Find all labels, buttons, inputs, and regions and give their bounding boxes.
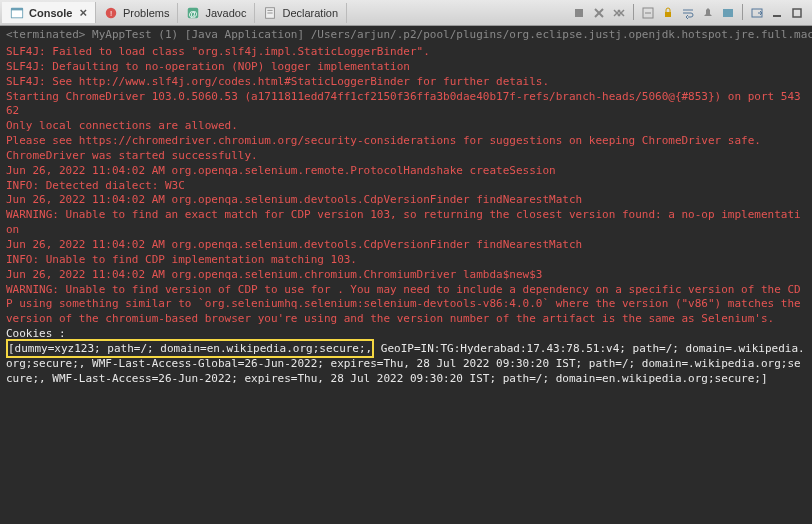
tab-label: Problems <box>123 7 169 19</box>
console-line: Only local connections are allowed. <box>6 119 806 134</box>
svg-rect-19 <box>723 9 733 17</box>
javadoc-icon: @ <box>186 6 200 20</box>
open-console-button[interactable] <box>748 4 766 22</box>
remove-all-button[interactable] <box>610 4 628 22</box>
minimize-button[interactable] <box>768 4 786 22</box>
console-line: Please see https://chromedriver.chromium… <box>6 134 806 149</box>
tab-javadoc[interactable]: @ Javadoc <box>178 3 255 23</box>
console-line: Jun 26, 2022 11:04:02 AM org.openqa.sele… <box>6 193 806 208</box>
highlighted-cookie: [dummy=xyz123; path=/; domain=en.wikiped… <box>6 339 374 358</box>
console-line: SLF4J: Failed to load class "org.slf4j.i… <box>6 45 806 60</box>
pin-console-button[interactable] <box>699 4 717 22</box>
console-line: Starting ChromeDriver 103.0.5060.53 (a17… <box>6 90 806 120</box>
console-line: Jun 26, 2022 11:04:02 AM org.openqa.sele… <box>6 238 806 253</box>
svg-rect-22 <box>793 9 801 17</box>
launch-status: <terminated> MyAppTest (1) [Java Applica… <box>0 26 812 43</box>
console-line: WARNING: Unable to find an exact match f… <box>6 208 806 238</box>
remove-launch-button[interactable] <box>590 4 608 22</box>
svg-text:!: ! <box>110 8 112 17</box>
console-line: Jun 26, 2022 11:04:02 AM org.openqa.sele… <box>6 268 806 283</box>
scroll-lock-button[interactable] <box>659 4 677 22</box>
tab-declaration[interactable]: Declaration <box>255 3 347 23</box>
console-line: WARNING: Unable to find version of CDP t… <box>6 283 806 328</box>
display-console-button[interactable] <box>719 4 737 22</box>
svg-rect-1 <box>12 10 23 17</box>
view-tabs: Console × ! Problems @ Javadoc Declarati… <box>0 0 812 26</box>
console-icon <box>10 6 24 20</box>
svg-text:@: @ <box>189 8 198 18</box>
console-line: [dummy=xyz123; path=/; domain=en.wikiped… <box>6 342 806 387</box>
declaration-icon <box>263 6 277 20</box>
tab-problems[interactable]: ! Problems <box>96 3 178 23</box>
console-line: ChromeDriver was started successfully. <box>6 149 806 164</box>
tab-label: Declaration <box>282 7 338 19</box>
svg-rect-9 <box>575 9 583 17</box>
word-wrap-button[interactable] <box>679 4 697 22</box>
problems-icon: ! <box>104 6 118 20</box>
tab-label: Console <box>29 7 72 19</box>
terminate-button[interactable] <box>570 4 588 22</box>
clear-console-button[interactable] <box>639 4 657 22</box>
console-line: Jun 26, 2022 11:04:02 AM org.openqa.sele… <box>6 164 806 179</box>
console-line: INFO: Detected dialect: W3C <box>6 179 806 194</box>
maximize-button[interactable] <box>788 4 806 22</box>
console-line: SLF4J: Defaulting to no-operation (NOP) … <box>6 60 806 75</box>
close-icon[interactable]: × <box>79 5 87 20</box>
tab-console[interactable]: Console × <box>2 2 96 23</box>
console-line: INFO: Unable to find CDP implementation … <box>6 253 806 268</box>
console-toolbar <box>570 4 810 22</box>
toolbar-divider <box>633 4 634 20</box>
console-output[interactable]: SLF4J: Failed to load class "org.slf4j.i… <box>0 43 812 388</box>
svg-rect-18 <box>665 12 671 17</box>
tab-label: Javadoc <box>205 7 246 19</box>
console-line: SLF4J: See http://www.slf4j.org/codes.ht… <box>6 75 806 90</box>
toolbar-divider <box>742 4 743 20</box>
